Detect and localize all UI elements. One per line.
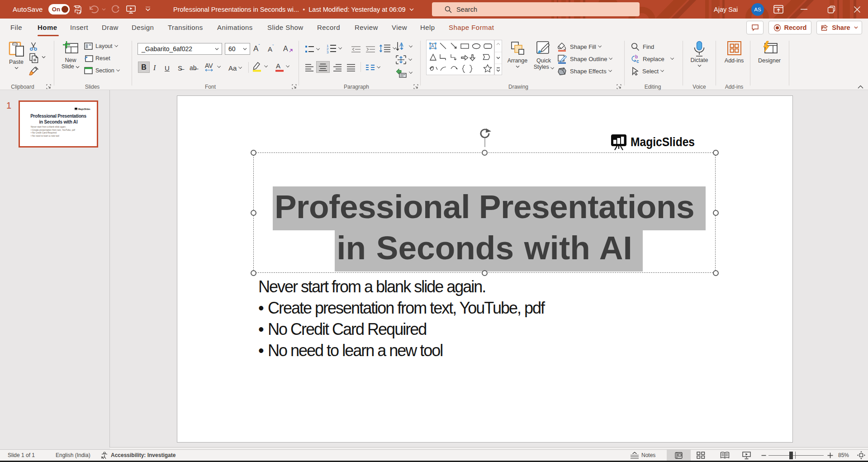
svg-text:c: c (636, 59, 639, 63)
svg-text:A: A (431, 43, 434, 48)
svg-text:AV: AV (205, 62, 213, 69)
svg-text:A: A (276, 62, 280, 70)
svg-text:3: 3 (327, 50, 329, 53)
